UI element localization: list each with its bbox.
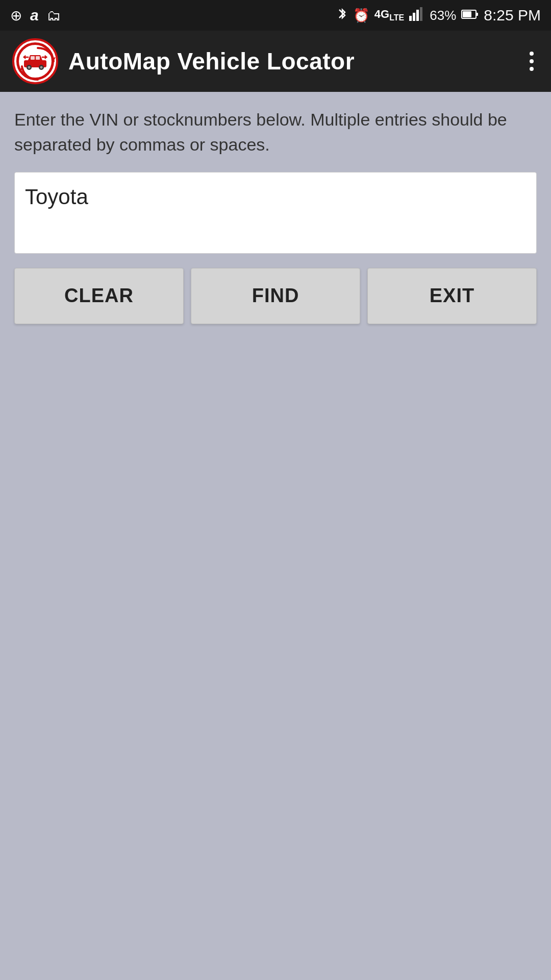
find-button[interactable]: FIND (191, 268, 360, 324)
svg-rect-2 (416, 10, 419, 21)
svg-rect-3 (420, 7, 422, 21)
action-buttons-row: CLEAR FIND EXIT (14, 268, 537, 324)
menu-dot (530, 59, 534, 63)
svg-rect-6 (463, 11, 471, 17)
svg-rect-1 (413, 13, 415, 21)
app-logo (12, 38, 58, 84)
svg-rect-0 (409, 16, 412, 21)
main-content: Enter the VIN or stocknumbers below. Mul… (0, 92, 551, 980)
grid-icon: ⊕ (10, 7, 22, 24)
menu-dot (530, 52, 534, 56)
clipboard-icon: 🗂 (47, 7, 61, 24)
bluetooth-icon (337, 6, 348, 26)
battery-icon (461, 8, 479, 23)
battery-percentage: 63% (430, 8, 456, 23)
app-title: AutoMap Vehicle Locator (68, 47, 514, 75)
status-bar-left: ⊕ a 🗂 (10, 7, 61, 24)
vin-search-input[interactable] (25, 185, 526, 209)
search-input-container[interactable] (14, 172, 537, 254)
network-type-label: 4GLTE (374, 8, 404, 22)
status-bar: ⊕ a 🗂 ⏰ 4GLTE 63% (0, 0, 551, 31)
amazon-icon: a (30, 7, 39, 24)
alarm-icon: ⏰ (353, 8, 369, 23)
instruction-text: Enter the VIN or stocknumbers below. Mul… (14, 107, 537, 158)
clear-button[interactable]: CLEAR (14, 268, 184, 324)
more-menu-button[interactable] (524, 46, 539, 76)
svg-rect-5 (476, 13, 478, 16)
status-bar-right: ⏰ 4GLTE 63% 8:25 PM (337, 6, 541, 26)
signal-bars-icon (409, 7, 424, 24)
status-time: 8:25 PM (484, 7, 541, 24)
exit-button[interactable]: EXIT (367, 268, 537, 324)
menu-dot (530, 67, 534, 71)
app-bar: AutoMap Vehicle Locator (0, 31, 551, 92)
